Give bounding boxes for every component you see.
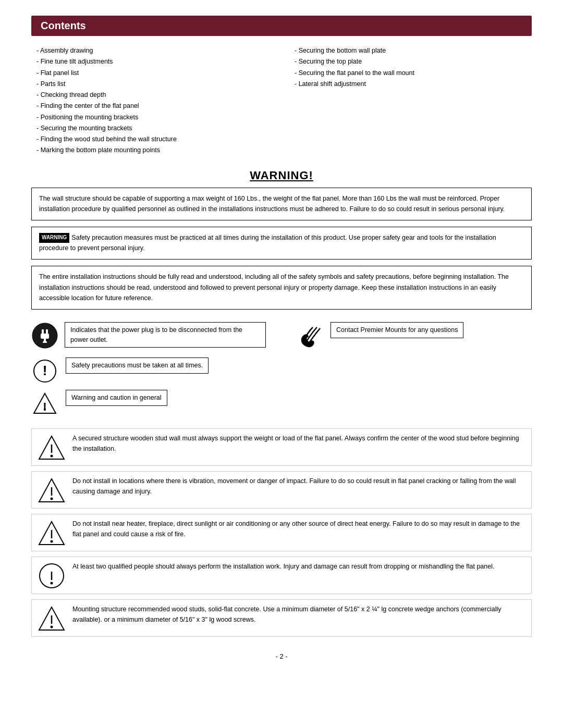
toc-item: - Flat panel list bbox=[36, 68, 274, 79]
safety-row-text: Do not install near heater, fireplace, d… bbox=[72, 519, 525, 539]
contact-cell: Contact Premier Mounts for any questions bbox=[297, 322, 532, 349]
triangle-warning-icon bbox=[38, 434, 65, 461]
svg-point-25 bbox=[51, 625, 53, 628]
power-plug-cell: Indicates that the power plug is to be d… bbox=[31, 322, 266, 349]
toc-item: - Securing the top plate bbox=[295, 56, 532, 67]
safety-precautions-text: Safety precautions must be taken at all … bbox=[66, 357, 209, 374]
page-title: Contents bbox=[31, 16, 532, 36]
triangle-warning-icon-small: ! bbox=[31, 390, 58, 417]
safety-precautions-row: ! Safety precautions must be taken at al… bbox=[31, 357, 532, 385]
circle-exclamation-icon bbox=[38, 562, 65, 589]
power-plug-text: Indicates that the power plug is to be d… bbox=[65, 322, 266, 348]
toc-item: - Finding the center of the flat panel bbox=[36, 101, 274, 112]
warning-badge: WARNING bbox=[39, 233, 69, 243]
warning-box-1: The wall structure should be capable of … bbox=[31, 188, 532, 220]
toc-item: - Assembly drawing bbox=[36, 45, 274, 56]
toc-right-column: - Securing the bottom wall plate- Securi… bbox=[295, 45, 532, 156]
power-plug-icon bbox=[31, 322, 58, 349]
svg-rect-2 bbox=[46, 329, 48, 334]
svg-rect-5 bbox=[43, 341, 47, 343]
warning-box-3: The entire installation instructions sho… bbox=[31, 266, 532, 310]
warning-box-2-text: Safety precaution measures must be pract… bbox=[39, 234, 496, 252]
toc-item: - Positioning the mounting brackets bbox=[36, 112, 274, 123]
toc-item: - Checking thread depth bbox=[36, 90, 274, 101]
contact-text: Contact Premier Mounts for any questions bbox=[331, 322, 463, 338]
warning-caution-row: ! Warning and caution in general bbox=[31, 390, 532, 417]
toc-left-column: - Assembly drawing- Fine tune tilt adjus… bbox=[36, 45, 274, 156]
toc-item: - Fine tune tilt adjustments bbox=[36, 56, 274, 67]
table-of-contents: - Assembly drawing- Fine tune tilt adjus… bbox=[31, 45, 532, 156]
safety-row: At least two qualified people should alw… bbox=[31, 557, 532, 594]
triangle-warning-icon bbox=[38, 477, 65, 504]
safety-row: Mounting structure recommended wood stud… bbox=[31, 599, 532, 637]
safety-row-text: At least two qualified people should alw… bbox=[72, 561, 525, 572]
svg-point-16 bbox=[51, 497, 53, 500]
svg-point-13 bbox=[51, 454, 53, 457]
safety-row: A secured structure wooden stud wall mus… bbox=[31, 428, 532, 466]
warning-title: WARNING! bbox=[31, 169, 532, 182]
toc-item: - Securing the flat panel to the wall mo… bbox=[295, 68, 532, 79]
warning-box-2: WARNINGSafety precaution measures must b… bbox=[31, 227, 532, 260]
safety-row-text: Do not install in locations where there … bbox=[72, 476, 525, 497]
svg-point-19 bbox=[51, 540, 53, 542]
toc-item: - Lateral shift adjustment bbox=[295, 79, 532, 90]
icon-row-double: Indicates that the power plug is to be d… bbox=[31, 322, 532, 349]
toc-item: - Securing the mounting brackets bbox=[36, 123, 274, 134]
triangle-warning-icon bbox=[38, 605, 65, 632]
svg-rect-3 bbox=[41, 334, 49, 339]
warning-caution-text: Warning and caution in general bbox=[66, 390, 167, 406]
svg-point-10 bbox=[44, 408, 46, 410]
triangle-warning-icon bbox=[38, 520, 65, 547]
toc-item: - Finding the wood stud behind the wall … bbox=[36, 134, 274, 145]
safety-row-text: A secured structure wooden stud wall mus… bbox=[72, 433, 525, 454]
svg-text:!: ! bbox=[43, 400, 46, 413]
svg-rect-1 bbox=[42, 329, 44, 334]
safety-row: Do not install in locations where there … bbox=[31, 471, 532, 509]
toc-item: - Marking the bottom plate mounting poin… bbox=[36, 145, 274, 156]
svg-point-22 bbox=[51, 582, 53, 584]
page-number: - 2 - bbox=[31, 652, 532, 660]
safety-row-text: Mounting structure recommended wood stud… bbox=[72, 604, 525, 625]
circle-exclamation-icon-small: ! bbox=[31, 357, 58, 385]
toc-item: - Securing the bottom wall plate bbox=[295, 45, 532, 56]
safety-row: Do not install near heater, fireplace, d… bbox=[31, 514, 532, 551]
warning-box-3-text: The entire installation instructions sho… bbox=[39, 273, 509, 302]
phone-icon bbox=[297, 322, 324, 349]
svg-text:!: ! bbox=[43, 363, 47, 378]
toc-item: - Parts list bbox=[36, 79, 274, 90]
warning-box-1-text: The wall structure should be capable of … bbox=[39, 195, 505, 213]
